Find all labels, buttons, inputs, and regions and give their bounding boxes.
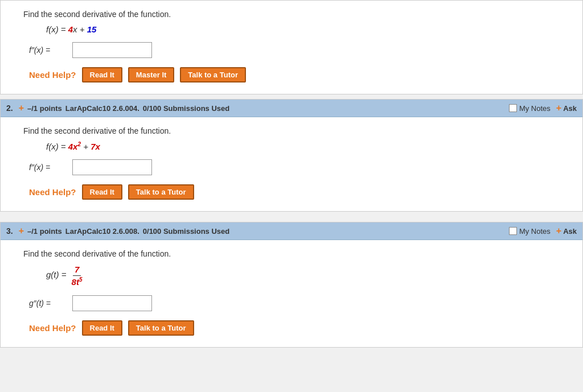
problem-1-answer-row: f″(x) = [29,42,571,58]
problem-1-master-it-button[interactable]: Master It [128,67,174,82]
problem-2-answer-input[interactable] [72,159,152,175]
problem-2-function: f(x) = 4x2 + 7x [46,141,571,151]
problem-2-answer-row: f″(x) = [29,159,571,175]
problem-2-talk-to-tutor-button[interactable]: Talk to a Tutor [128,184,194,200]
problem-2-need-help-label: Need Help? [29,187,76,197]
problem-2-submissions: 0/100 Submissions Used [143,104,229,113]
problem-3-my-notes-button[interactable]: My Notes [509,227,551,236]
problem-2-answer-label: f″(x) = [29,163,69,172]
problem-2-instruction: Find the second derivative of the functi… [23,126,571,135]
problem-2-plus-icon[interactable]: + [19,103,24,113]
problem-3-talk-to-tutor-button[interactable]: Talk to a Tutor [128,320,194,336]
fraction-denominator: 8t5 [70,276,84,288]
problem-2-read-it-button[interactable]: Read It [82,184,122,200]
problem-1-answer-input[interactable] [72,42,152,58]
problem-1-function: f(x) = 4x + 15 [46,24,571,34]
fraction-display: 7 8t5 [70,264,84,287]
problem-2-points: –/1 points [27,104,62,113]
problem-3-function: g(t) = 7 8t5 [46,264,571,287]
problem-3-submissions: 0/100 Submissions Used [143,227,229,236]
problem-2-help-row: Need Help? Read It Talk to a Tutor [29,184,571,200]
problem-3-block: 3. + –/1 points LarApCalc10 2.6.008. 0/1… [0,222,583,348]
problem-3-plus-icon[interactable]: + [19,226,24,236]
problem-2-header: 2. + –/1 points LarApCalc10 2.6.004. 0/1… [1,100,582,117]
problem-2-course-code: LarApCalc10 2.6.004. [65,104,139,113]
problem-3-header: 3. + –/1 points LarApCalc10 2.6.008. 0/1… [1,222,582,240]
problem-3-ask-button[interactable]: + Ask [556,226,577,236]
problem-2-my-notes-button[interactable]: My Notes [509,104,551,113]
problem-2-ask-button[interactable]: + Ask [556,103,577,113]
problem-3-ask-label: Ask [563,227,577,236]
problem-1-answer-label: f″(x) = [29,46,69,55]
problem-1-help-row: Need Help? Read It Master It Talk to a T… [29,67,571,82]
problem-3-header-left: 3. + –/1 points LarApCalc10 2.6.008. 0/1… [6,226,229,236]
problem-1-body: Find the second derivative of the functi… [1,1,582,94]
problem-2-header-right: My Notes + Ask [509,103,577,113]
notes-icon-3 [509,227,517,235]
notes-icon [509,104,517,112]
problem-3-answer-row: g″(t) = [29,295,571,311]
problem-2-my-notes-label: My Notes [519,104,551,113]
problem-3-answer-label: g″(t) = [29,299,69,308]
problem-1-need-help-label: Need Help? [29,70,76,80]
page-wrapper: Find the second derivative of the functi… [0,0,583,348]
problem-3-help-row: Need Help? Read It Talk to a Tutor [29,320,571,336]
problem-3-instruction: Find the second derivative of the functi… [23,249,571,258]
problem-2-ask-label: Ask [563,104,577,113]
problem-3-points: –/1 points [27,227,62,236]
problem-1-block: Find the second derivative of the functi… [0,0,583,94]
problem-1-instruction: Find the second derivative of the functi… [23,10,571,19]
problem-3-read-it-button[interactable]: Read It [82,320,122,336]
ask-plus-icon-3: + [556,226,561,236]
problem-2-header-left: 2. + –/1 points LarApCalc10 2.6.004. 0/1… [6,103,229,113]
problem-3-answer-input[interactable] [72,295,152,311]
problem-3-need-help-label: Need Help? [29,323,76,333]
problem-1-read-it-button[interactable]: Read It [82,67,122,82]
problem-3-body: Find the second derivative of the functi… [1,240,582,347]
problem-3-number: 3. [6,226,13,236]
problem-2-body: Find the second derivative of the functi… [1,117,582,211]
problem-2-number: 2. [6,104,13,113]
problem-3-my-notes-label: My Notes [519,227,551,236]
problem-3-header-right: My Notes + Ask [509,226,577,236]
fraction-numerator: 7 [73,264,81,276]
problem-3-course-code: LarApCalc10 2.6.008. [65,227,139,236]
problem-2-block: 2. + –/1 points LarApCalc10 2.6.004. 0/1… [0,99,583,212]
problem-1-talk-to-tutor-button[interactable]: Talk to a Tutor [180,67,246,82]
ask-plus-icon: + [556,103,561,113]
